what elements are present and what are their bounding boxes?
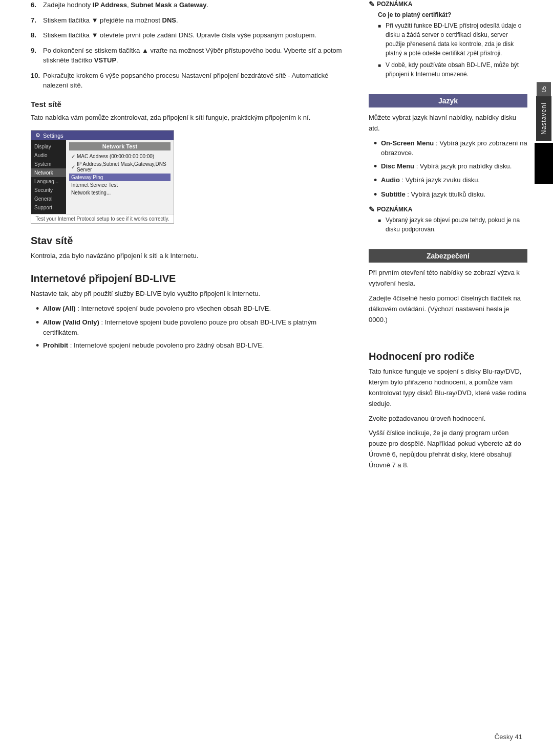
note-jazyk-bullet-text-1: Vybraný jazyk se objeví pouze tehdy, pok… <box>386 215 527 234</box>
step-8-num: 8. <box>31 30 43 40</box>
gear-icon: ⚙ <box>35 132 40 139</box>
dns-label: DNS <box>162 16 176 24</box>
left-column: 6. Zadejte hodnoty IP Address, Subnet Ma… <box>31 0 364 475</box>
bullet-dot-1: • <box>36 304 43 315</box>
settings-title-bar: ⚙ Settings <box>31 131 174 140</box>
zabezpeceni-para2: Zadejte 4číselné heslo pomocí číselných … <box>369 293 527 325</box>
zabezpeceni-para1: Při prvním otevření této nabídky se zobr… <box>369 268 527 289</box>
note-top-content: Co je to platný certifikát? ■ Při využit… <box>378 10 527 79</box>
page-footer: Česky 41 <box>495 733 522 741</box>
settings-main-title: Network Test <box>69 142 171 150</box>
audio-label: Audio <box>381 176 400 184</box>
settings-sidebar: Display Audio System Network Languag... … <box>31 140 66 214</box>
hodnoceni-para1: Tato funkce funguje ve spojení s disky B… <box>369 366 527 409</box>
bullet-prohibit: • Prohibit : Internetové spojení nebude … <box>36 340 348 352</box>
main-content: 6. Zadejte hodnoty IP Address, Subnet Ma… <box>0 0 553 475</box>
check-icon-mac: ✓ <box>71 154 75 159</box>
bullet-allow-valid: • Allow (Valid Only) : Internetové spoje… <box>36 317 348 337</box>
sidebar-general: General <box>31 195 66 203</box>
bullet-allow-all-text: Allow (All) : Internetové spojení bude p… <box>43 304 271 314</box>
disc-menu-label: Disc Menu <box>381 162 414 170</box>
jazyk-onscreen-text: On-Screen Menu : Vybírá jazyk pro zobraz… <box>381 138 527 158</box>
bullet-allow-valid-text: Allow (Valid Only) : Internetové spojení… <box>43 317 348 337</box>
jazyk-subtitle-text: Subtitle : Vybírá jazyk titulků disku. <box>381 189 485 201</box>
subnet-mask-label: Subnet Mask <box>131 1 172 9</box>
subtitle-label: Subtitle <box>381 190 406 198</box>
note-bullet-1-text: Při využití funkce BD-LIVE přístroj odes… <box>386 21 527 58</box>
note-icon-jazyk: ✎ <box>369 205 375 213</box>
settings-row-gateway: Gateway Ping <box>69 174 171 181</box>
settings-screenshot: ⚙ Settings Display Audio System Network … <box>31 130 174 224</box>
note-jazyk-content: ■ Vybraný jazyk se objeví pouze tehdy, p… <box>378 215 527 234</box>
sidebar-audio: Audio <box>31 151 66 160</box>
step-9: 9. Po dokončení se stiskem tlačítka ▲ vr… <box>31 46 348 66</box>
note-bullet-2-text: V době, kdy používáte obsah BD-LIVE, můž… <box>386 60 527 79</box>
note-top-title-text: POZNÁMKA <box>377 1 412 8</box>
gateway-label: Gateway <box>179 1 206 9</box>
step-8: 8. Stiskem tlačítka ▼ otevřete první pol… <box>31 30 348 40</box>
step-7-num: 7. <box>31 15 43 26</box>
note-top-title: ✎ POZNÁMKA <box>369 0 527 8</box>
bullet-dot-2: • <box>36 317 43 329</box>
test-site-heading: Test sítě <box>31 100 348 109</box>
note-box-top: ✎ POZNÁMKA Co je to platný certifikát? ■… <box>369 0 527 79</box>
note-jazyk-marker-1: ■ <box>378 217 384 234</box>
stav-site-para: Kontrola, zda bylo navázáno připojení k … <box>31 251 348 262</box>
settings-footer: Test your Internet Protocol setup to see… <box>31 214 174 223</box>
note-bullet-2: ■ V době, kdy používáte obsah BD-LIVE, m… <box>378 60 527 79</box>
jazyk-header: Jazyk <box>369 94 527 107</box>
sidebar-support: Support <box>31 203 66 212</box>
step-10-content: Pokračujte krokem 6 výše popsaného proce… <box>43 71 348 91</box>
jazyk-bullet-disc: • Disc Menu : Vybírá jazyk pro nabídky d… <box>374 161 527 172</box>
allow-valid-label: Allow (Valid Only) <box>43 318 99 326</box>
rc-dot-1: • <box>374 138 381 158</box>
bullet-dot-3: • <box>36 340 43 352</box>
chapter-number: 05 <box>537 82 551 96</box>
settings-body: Display Audio System Network Languag... … <box>31 140 174 214</box>
note-jazyk-title-text: POZNÁMKA <box>377 206 412 213</box>
right-column: ✎ POZNÁMKA Co je to platný certifikát? ■… <box>364 0 527 475</box>
chapter-label: Nastavení <box>536 96 551 141</box>
step-6: 6. Zadejte hodnoty IP Address, Subnet Ma… <box>31 0 348 10</box>
rc-dot-3: • <box>374 175 381 186</box>
note-jazyk-title: ✎ POZNÁMKA <box>369 205 527 213</box>
settings-row-mac: ✓ MAC Address (00:00:00:00:00:00) <box>69 153 171 160</box>
vstup-label: VSTUP <box>94 56 116 64</box>
note-bullet-marker-2: ■ <box>378 61 384 79</box>
bullet-allow-all: • Allow (All) : Internetové spojení bude… <box>36 304 348 315</box>
note-box-jazyk: ✎ POZNÁMKA ■ Vybraný jazyk se objeví pou… <box>369 205 527 234</box>
prohibit-label: Prohibit <box>43 341 68 349</box>
step-6-content: Zadejte hodnoty IP Address, Subnet Mask … <box>43 0 348 10</box>
check-icon-ip: ✓ <box>71 164 75 170</box>
stav-site-heading: Stav sítě <box>31 235 348 247</box>
step-6-num: 6. <box>31 0 43 10</box>
ip-address-label: IP Address <box>93 1 127 9</box>
step-10-num: 10. <box>31 71 43 91</box>
bd-live-bullets: • Allow (All) : Internetové spojení bude… <box>36 304 348 352</box>
bullet-prohibit-text: Prohibit : Internetové spojení nebude po… <box>43 340 264 351</box>
note-icon-top: ✎ <box>369 0 375 8</box>
numbered-list: 6. Zadejte hodnoty IP Address, Subnet Ma… <box>31 0 348 91</box>
settings-title: Settings <box>43 133 63 139</box>
step-9-num: 9. <box>31 46 43 66</box>
settings-row-ip: ✓ IP Address,Subnet Mask,Gateway,DNS Ser… <box>69 160 171 174</box>
note-bullet-marker-1: ■ <box>378 22 384 58</box>
step-9-content: Po dokončení se stiskem tlačítka ▲ vraťt… <box>43 46 348 66</box>
step-7: 7. Stiskem tlačítka ▼ přejděte na možnos… <box>31 15 348 26</box>
note-jazyk-bullet-1: ■ Vybraný jazyk se objeví pouze tehdy, p… <box>378 215 527 234</box>
bd-live-heading: Internetové připojení BD-LIVE <box>31 273 348 285</box>
zabezpeceni-header: Zabezpečení <box>369 249 527 263</box>
jazyk-bullets: • On-Screen Menu : Vybírá jazyk pro zobr… <box>374 138 527 201</box>
jazyk-audio-text: Audio : Vybírá jazyk zvuku disku. <box>381 175 480 186</box>
onscreen-label: On-Screen Menu <box>381 139 434 147</box>
side-tab: 05 Nastavení <box>535 82 553 184</box>
sidebar-language: Languag... <box>31 177 66 186</box>
sidebar-display: Display <box>31 142 66 151</box>
settings-row-internet: Internet Service Test <box>69 181 171 189</box>
sidebar-network: Network <box>31 168 66 177</box>
jazyk-bullet-audio: • Audio : Vybírá jazyk zvuku disku. <box>374 175 527 186</box>
bd-live-para: Nastavte tak, aby při použití služby BD-… <box>31 289 348 299</box>
jazyk-bullet-subtitle: • Subtitle : Vybírá jazyk titulků disku. <box>374 189 527 201</box>
step-8-content: Stiskem tlačítka ▼ otevřete první pole z… <box>43 30 348 40</box>
rc-dot-4: • <box>374 189 381 201</box>
